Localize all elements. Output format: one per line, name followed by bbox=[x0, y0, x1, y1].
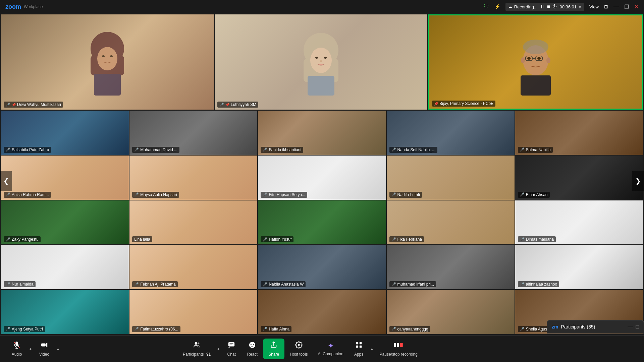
svg-marker-33 bbox=[228, 346, 230, 348]
participants-panel: zm Participants (85) — □ bbox=[547, 320, 644, 334]
grid-cell-5-4: 🎤 cahyaaanengggg bbox=[387, 290, 515, 334]
participant-name-r3c2: Lina laila bbox=[132, 236, 152, 242]
svg-point-12 bbox=[324, 57, 327, 59]
grid-cell-3-1: 🎤 Zaky Pangestu bbox=[1, 200, 129, 245]
video-btn[interactable]: Video bbox=[34, 339, 54, 359]
host-tools-icon bbox=[295, 341, 303, 351]
svg-rect-45 bbox=[394, 343, 396, 347]
mute-icon-2: 🎤 bbox=[219, 103, 224, 107]
view-label[interactable]: View bbox=[589, 4, 599, 9]
participant-name-r5c3: 🎤 Haffa Ainna bbox=[261, 326, 291, 332]
participant-name-r3c1: 🎤 Zaky Pangestu bbox=[4, 236, 41, 242]
video-feed-2 bbox=[215, 14, 427, 110]
svg-point-20 bbox=[527, 57, 531, 60]
zoom-logo: zoom bbox=[5, 3, 21, 10]
svg-point-38 bbox=[253, 344, 254, 345]
grid-cell-2-1: 🎤 Anisa Rahma Ram... bbox=[1, 156, 129, 200]
titlebar: zoom Workplace 🛡 ⚡ ☁ Recording... ⏸ ■ ⏱ … bbox=[0, 0, 644, 13]
pause-recording-icon bbox=[393, 341, 404, 351]
participant-name-r4c5: 🎤 alfinnajaa zazhoo bbox=[518, 281, 559, 287]
svg-point-11 bbox=[315, 57, 318, 59]
toolbar-center: Participants 91 ▲ Chat bbox=[178, 339, 422, 359]
grid-cell-2-2: 🎤 Maysa Aulia Hapsari bbox=[129, 156, 257, 200]
participant-name-r4c1: 🎤 Nur almaida bbox=[4, 281, 36, 287]
participants-panel-title: Participants (85) bbox=[561, 324, 625, 329]
video-caret[interactable]: ▲ bbox=[56, 347, 60, 351]
participants-panel-minimize[interactable]: — bbox=[628, 324, 633, 330]
svg-rect-41 bbox=[356, 342, 358, 344]
recording-dropdown[interactable]: ▾ bbox=[579, 4, 581, 10]
react-label: React bbox=[247, 352, 258, 357]
main-video-3: 📌 Bijoy, Primary Science - PCoE bbox=[428, 14, 643, 110]
participant-name-r2c5: 🎤 Binar Ahsan bbox=[518, 192, 550, 198]
apps-caret[interactable]: ▲ bbox=[370, 347, 374, 351]
audio-caret[interactable]: ▲ bbox=[28, 347, 33, 351]
toolbar: Audio ▲ Video ▲ bbox=[0, 335, 644, 362]
recording-badge: ☁ Recording... ⏸ ■ ⏱ 00:36:01 ▾ bbox=[505, 3, 584, 11]
apps-btn[interactable]: Apps bbox=[349, 339, 369, 359]
participant-name-r1c4: 🎤 Nanda Sefi Nabila_... bbox=[389, 147, 437, 153]
svg-rect-32 bbox=[228, 342, 234, 346]
svg-point-5 bbox=[102, 55, 105, 57]
ai-companion-icon: ✦ bbox=[328, 342, 334, 350]
participant-name-r2c2: 🎤 Maysa Aulia Hapsari bbox=[132, 192, 179, 198]
maximize-btn[interactable]: ❐ bbox=[624, 4, 629, 10]
grid-cell-2-4: 🎤 Nadifa Luthfi bbox=[387, 156, 515, 200]
main-video-1: 🎤 📌 Dewi Wahyu Mustikasari bbox=[1, 14, 214, 110]
mute-icon-1: 🎤 bbox=[6, 103, 10, 107]
svg-point-13 bbox=[320, 60, 322, 62]
grid-cell-1-5: 🎤 Salma Nabilla bbox=[515, 111, 643, 155]
apps-icon bbox=[355, 341, 363, 351]
titlebar-left: zoom Workplace bbox=[5, 3, 43, 10]
grid-cell-3-2: Lina laila bbox=[129, 200, 257, 245]
top-row: 🎤 📌 Dewi Wahyu Mustikasari bbox=[0, 13, 644, 111]
grid-cell-5-2: 🎤 Fatimatuzzahro (06... bbox=[129, 290, 257, 334]
participants-label: Participants 91 bbox=[183, 352, 211, 357]
participant-name-r1c2: 🎤 Muhammad David ... bbox=[132, 147, 179, 153]
recording-text: Recording... bbox=[514, 4, 538, 9]
pause-icon[interactable]: ⏸ bbox=[540, 4, 545, 10]
svg-marker-29 bbox=[46, 343, 48, 347]
svg-point-4 bbox=[97, 47, 117, 70]
close-btn[interactable]: ✕ bbox=[634, 4, 639, 10]
share-btn[interactable]: Share bbox=[263, 339, 284, 359]
grid-cell-4-1: 🎤 Nur almaida bbox=[1, 245, 129, 289]
grid-cell-4-5: 🎤 alfinnajaa zazhoo bbox=[515, 245, 643, 289]
svg-point-30 bbox=[195, 342, 197, 344]
recording-time: 00:36:01 bbox=[559, 4, 577, 9]
participant-name-r1c3: 🎤 Fanida ikhsantiani bbox=[261, 147, 303, 153]
chat-btn[interactable]: Chat bbox=[221, 339, 241, 359]
stop-icon[interactable]: ■ bbox=[547, 4, 550, 10]
audio-btn[interactable]: Audio bbox=[7, 339, 27, 359]
participant-name-r3c4: 🎤 Fika Febriana bbox=[389, 236, 424, 242]
participants-icon bbox=[193, 341, 201, 351]
react-btn[interactable]: React bbox=[242, 339, 262, 359]
minimize-btn[interactable]: — bbox=[613, 4, 619, 10]
security-icon: 🛡 bbox=[484, 4, 489, 10]
participants-count: 91 bbox=[206, 352, 211, 357]
grid-cell-4-2: 🎤 Febrian Aji Pratama bbox=[129, 245, 257, 289]
apps-label: Apps bbox=[354, 352, 363, 357]
view-grid-icon[interactable]: ⊞ bbox=[604, 4, 608, 9]
svg-point-6 bbox=[110, 55, 113, 57]
participants-caret[interactable]: ▲ bbox=[216, 347, 221, 351]
ai-companion-btn[interactable]: ✦ AI Companion bbox=[313, 340, 348, 358]
grid-cell-3-4: 🎤 Fika Febriana bbox=[387, 200, 515, 245]
host-tools-btn[interactable]: Host tools bbox=[285, 339, 312, 359]
svg-rect-43 bbox=[356, 345, 358, 347]
prev-page-btn[interactable]: ❮ bbox=[0, 171, 12, 191]
zoom-workplace-text: Workplace bbox=[24, 4, 43, 9]
share-label: Share bbox=[268, 352, 279, 357]
main-video-2: 🎤 📌 Luthfiyyah SM bbox=[215, 14, 427, 110]
pin-icon-2: 📌 bbox=[225, 103, 229, 107]
next-page-btn[interactable]: ❯ bbox=[632, 171, 644, 191]
participant-name-3: 📌 Bijoy, Primary Science - PCoE bbox=[432, 101, 495, 107]
svg-rect-47 bbox=[400, 343, 403, 347]
pause-recording-btn[interactable]: Pause/stop recording bbox=[375, 339, 422, 359]
participant-name-1: 🎤 📌 Dewi Wahyu Mustikasari bbox=[4, 102, 63, 108]
participant-name-r1c1: 🎤 Salsabila Putri Zahra bbox=[4, 147, 51, 153]
react-icon bbox=[249, 341, 256, 351]
grid-row-1: 🎤 Salsabila Putri Zahra 🎤 Muhammad David… bbox=[1, 111, 643, 155]
participants-panel-expand[interactable]: □ bbox=[636, 324, 639, 330]
participants-btn[interactable]: Participants 91 bbox=[178, 339, 215, 359]
